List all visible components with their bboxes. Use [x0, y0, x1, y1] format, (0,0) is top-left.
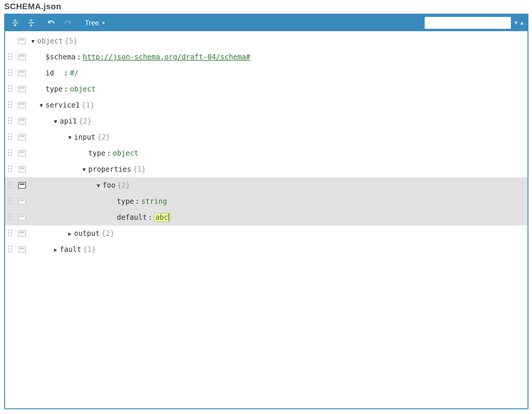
node-count: {1} [83, 245, 96, 254]
node-key: type [88, 149, 106, 157]
caret-right-icon[interactable]: ▶ [51, 246, 60, 253]
node-key: api1 [60, 117, 77, 125]
svg-point-0 [428, 22, 430, 23]
tree-row-service1[interactable]: ▼ service1 {1} [5, 97, 528, 113]
collapse-all-button[interactable] [24, 16, 38, 29]
search-input[interactable] [433, 20, 508, 26]
toolbar: Tree ▼ ▼ ▲ [5, 15, 528, 31]
editor-frame: Tree ▼ ▼ ▲ ▼ object {5} ▼ $schema [4, 14, 528, 409]
node-count: {2} [79, 117, 92, 125]
row-menu-button[interactable] [18, 38, 26, 44]
tree-row-input[interactable]: ▼ input {2} [5, 129, 528, 145]
caret-down-icon[interactable]: ▼ [51, 118, 60, 124]
row-menu-button[interactable] [18, 230, 26, 237]
node-key: id [45, 69, 54, 77]
caret-right-icon[interactable]: ▶ [66, 230, 74, 237]
tree-row-foo-type[interactable]: ▼ type : string [5, 193, 528, 209]
undo-button[interactable] [44, 16, 59, 29]
drag-handle-icon[interactable] [8, 230, 16, 237]
node-key: input [74, 133, 95, 141]
chevron-down-icon: ▼ [101, 20, 106, 25]
tree-row-output[interactable]: ▶ output {2} [5, 225, 528, 241]
row-menu-button[interactable] [18, 246, 26, 253]
node-count: {1} [82, 101, 95, 109]
caret-down-icon[interactable]: ▼ [66, 134, 74, 140]
file-title: SCHEMA.json [0, 0, 532, 14]
node-value: object [113, 149, 138, 157]
node-key: $schema [45, 53, 75, 61]
drag-handle-icon[interactable] [8, 53, 16, 61]
node-value: #/ [70, 69, 78, 77]
caret-down-icon[interactable]: ▼ [29, 38, 37, 44]
tree-row-properties[interactable]: ▼ properties {1} [5, 161, 528, 177]
value-edit-cell[interactable]: abc [154, 213, 170, 222]
node-key: foo [103, 181, 115, 189]
search-prev-button[interactable]: ▲ [519, 20, 525, 26]
node-count: {2} [97, 133, 110, 141]
redo-button [60, 16, 75, 29]
tree-view: ▼ object {5} ▼ $schema : http://json-sch… [5, 31, 528, 408]
node-key: type [117, 197, 134, 206]
caret-down-icon[interactable]: ▼ [94, 182, 103, 189]
row-menu-button[interactable] [18, 86, 26, 92]
drag-handle-icon[interactable] [8, 214, 16, 221]
row-menu-button[interactable] [18, 54, 26, 60]
row-menu-button[interactable] [18, 166, 26, 173]
node-key: default [117, 213, 147, 222]
tree-row-root[interactable]: ▼ object {5} [5, 33, 528, 49]
node-value: string [141, 197, 167, 206]
tree-row-api1[interactable]: ▼ api1 {2} [5, 113, 528, 129]
row-menu-button[interactable] [18, 214, 26, 221]
drag-handle-icon[interactable] [8, 246, 16, 253]
drag-handle-icon[interactable] [8, 181, 16, 189]
drag-handle-icon[interactable] [8, 197, 16, 205]
drag-handle-icon[interactable] [8, 133, 16, 141]
node-count: {1} [133, 165, 146, 173]
search-box[interactable] [425, 17, 511, 29]
drag-handle-icon[interactable] [8, 149, 16, 157]
tree-row-type[interactable]: ▼ type : object [5, 81, 528, 97]
node-value: abc [155, 213, 168, 222]
node-count: {2} [117, 181, 130, 189]
row-menu-button[interactable] [18, 118, 26, 124]
tree-row-input-type[interactable]: ▼ type : object [5, 145, 528, 161]
expand-all-button[interactable] [8, 16, 22, 29]
row-menu-button[interactable] [18, 134, 26, 140]
row-menu-button[interactable] [18, 182, 26, 189]
node-key: object [37, 37, 63, 45]
row-menu-button[interactable] [18, 102, 26, 108]
view-mode-label: Tree [85, 19, 99, 27]
row-menu-button[interactable] [18, 198, 26, 205]
search-icon [428, 20, 430, 26]
drag-handle-icon[interactable] [8, 165, 16, 173]
tree-row-foo-default[interactable]: ▼ default : abc [5, 209, 528, 225]
tree-row-id[interactable]: ▼ id.. : #/ [5, 65, 528, 81]
node-value: object [70, 85, 96, 93]
tree-row-schema[interactable]: ▼ $schema : http://json-schema.org/draft… [5, 49, 528, 65]
node-key: service1 [45, 101, 80, 109]
node-count: {5} [65, 37, 78, 45]
tree-row-foo[interactable]: ▼ foo {2} [5, 177, 528, 193]
node-key: type [45, 85, 63, 93]
row-menu-button[interactable] [18, 150, 26, 157]
drag-handle-icon[interactable] [8, 117, 16, 125]
drag-handle-icon[interactable] [8, 69, 16, 77]
node-key: fault [60, 245, 81, 254]
view-mode-dropdown[interactable]: Tree ▼ [81, 16, 110, 29]
caret-down-icon[interactable]: ▼ [37, 102, 45, 108]
caret-down-icon[interactable]: ▼ [80, 166, 88, 173]
node-key: properties [88, 165, 131, 173]
node-value-link[interactable]: http://json-schema.org/draft-04/schema# [83, 53, 251, 61]
text-cursor [169, 214, 169, 221]
svg-line-1 [429, 23, 430, 24]
tree-row-fault[interactable]: ▶ fault {1} [5, 241, 528, 257]
drag-handle-icon[interactable] [8, 85, 16, 93]
row-menu-button[interactable] [18, 70, 26, 76]
node-key: output [74, 229, 100, 238]
search-next-button[interactable]: ▼ [513, 20, 519, 26]
drag-handle-icon[interactable] [8, 101, 16, 109]
node-count: {2} [102, 229, 114, 238]
